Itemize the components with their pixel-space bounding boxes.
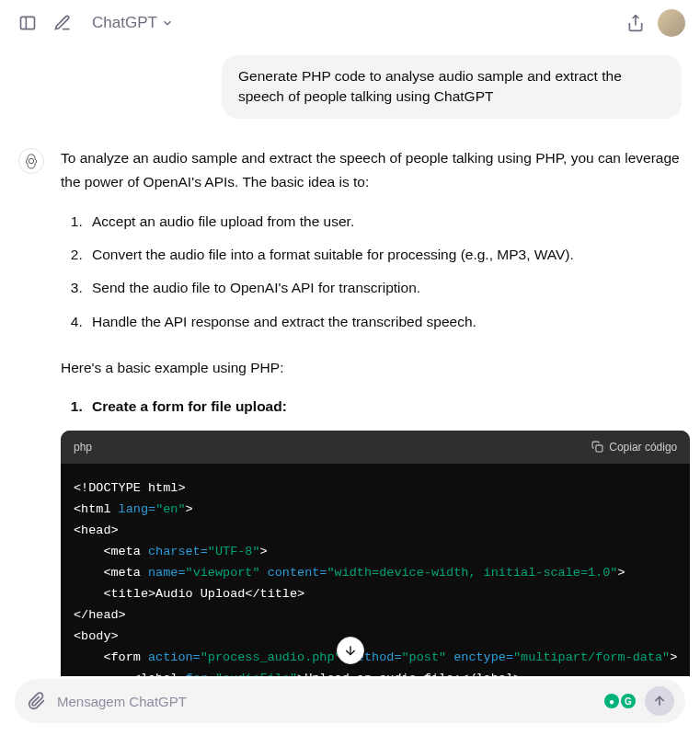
example-lead: Here's a basic example using PHP: <box>61 356 690 380</box>
steps-list: Accept an audio file upload from the use… <box>61 210 690 334</box>
send-button[interactable] <box>645 686 674 716</box>
svg-rect-0 <box>21 17 35 29</box>
share-icon[interactable] <box>623 10 648 36</box>
assistant-content: To analyze an audio sample and extract t… <box>61 146 690 676</box>
list-item: Accept an audio file upload from the use… <box>86 210 690 234</box>
grammarly-icon: G <box>621 694 636 708</box>
model-name: ChatGPT <box>92 14 157 32</box>
svg-point-3 <box>29 158 33 163</box>
assistant-avatar-icon <box>18 148 44 174</box>
model-selector[interactable]: ChatGPT <box>85 10 181 36</box>
chevron-down-icon <box>161 17 174 29</box>
code-header: php Copiar código <box>61 431 690 464</box>
chat-container: Generate PHP code to analyse audio sampl… <box>0 46 700 676</box>
copy-icon <box>591 441 603 453</box>
list-item: Create a form for file upload: <box>86 395 690 419</box>
svg-rect-4 <box>596 445 602 452</box>
code-lang-label: php <box>74 438 92 456</box>
list-item: Handle the API response and extract the … <box>86 310 690 334</box>
code-block: php Copiar código <!DOCTYPE html> <html … <box>61 431 690 676</box>
avatar[interactable] <box>658 9 685 37</box>
arrow-up-icon <box>652 694 667 708</box>
badge-icon: ● <box>604 694 619 708</box>
extension-badges: ● G <box>604 694 636 708</box>
sidebar-toggle-icon[interactable] <box>15 10 40 36</box>
top-bar: ChatGPT <box>0 0 700 46</box>
sub-steps-list: Create a form for file upload: <box>61 395 690 419</box>
attach-icon[interactable] <box>26 690 48 712</box>
copy-label: Copiar código <box>609 438 677 456</box>
copy-code-button[interactable]: Copiar código <box>591 438 677 456</box>
input-bar: ● G <box>15 679 685 723</box>
list-item: Convert the audio file into a format sui… <box>86 243 690 267</box>
assistant-message: To analyze an audio sample and extract t… <box>18 146 682 676</box>
message-input[interactable] <box>57 688 595 715</box>
scroll-down-button[interactable] <box>337 637 364 664</box>
new-chat-icon[interactable] <box>50 10 75 36</box>
arrow-down-icon <box>343 643 358 658</box>
user-message: Generate PHP code to analyse audio sampl… <box>222 55 682 119</box>
code-body: <!DOCTYPE html> <html lang="en"> <head> … <box>61 464 690 676</box>
assistant-intro: To analyze an audio sample and extract t… <box>61 146 690 195</box>
list-item: Send the audio file to OpenAI's API for … <box>86 276 690 300</box>
